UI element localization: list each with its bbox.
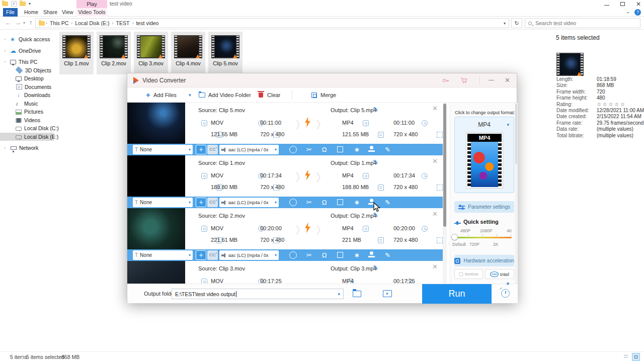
rename-pencil-icon[interactable]: ✎ (373, 211, 378, 219)
info-icon[interactable] (289, 146, 297, 153)
merge-button[interactable]: Merge (320, 87, 336, 103)
crop-icon[interactable] (337, 146, 343, 152)
task-row-clip1[interactable]: Source: Clip 1.mov MOV 00:17:34 188.80 M… (127, 155, 443, 208)
closed-captions-button[interactable]: CC (207, 250, 218, 260)
quality-slider-thumb[interactable] (451, 234, 458, 240)
audio-track-dropdown[interactable]: aac (LC) (mp4a / 0x▾ (219, 250, 279, 260)
format-card[interactable]: MP4 ▾ MP4 (454, 117, 514, 193)
closed-captions-button[interactable]: CC (207, 145, 218, 154)
effects-icon[interactable]: ∗ (353, 251, 361, 259)
rotate-icon[interactable]: Ω (320, 146, 328, 153)
alarm-clock-icon[interactable] (501, 289, 510, 298)
sidebar-item-local-disk-e[interactable]: Local Disk (E:) (0, 133, 54, 141)
remove-task-icon[interactable]: ✕ (432, 263, 438, 270)
ribbon-collapse-icon[interactable]: › (625, 12, 631, 14)
add-subtitle-button[interactable]: + (196, 198, 206, 207)
sidebar-item-onedrive[interactable]: ›☁OneDrive (0, 47, 54, 55)
rotate-icon[interactable]: Ω (320, 199, 328, 206)
converter-minimize-button[interactable] (489, 80, 494, 80)
rename-pencil-icon[interactable]: ✎ (373, 264, 378, 272)
search-input[interactable] (534, 20, 625, 27)
rename-pencil-icon[interactable]: ✎ (373, 106, 378, 113)
file-tile-clip3[interactable]: Clip 3.mov (134, 32, 168, 74)
cut-icon[interactable]: ✂ (305, 146, 313, 153)
address-dropdown-caret-icon[interactable]: ▾ (504, 21, 506, 26)
tab-view[interactable]: View (59, 8, 76, 17)
merge-icon[interactable] (311, 92, 317, 98)
qat-customize-caret-icon[interactable]: ▾ (29, 2, 31, 6)
panel-scrollbar[interactable] (515, 103, 518, 284)
converter-close-button[interactable]: ✕ (505, 76, 510, 84)
edit-pen-icon[interactable]: ✎ (384, 251, 391, 259)
contextual-tab-play[interactable]: Play (76, 0, 107, 8)
sidebar-item-documents[interactable]: Documents (0, 83, 54, 92)
trash-icon[interactable] (259, 92, 263, 98)
nvidia-option[interactable]: NVIDIA (454, 269, 483, 279)
edit-pen-icon[interactable]: ✎ (384, 199, 391, 206)
crop-icon[interactable] (337, 199, 343, 205)
recent-locations-caret-icon[interactable]: ▾ (23, 21, 25, 25)
effects-icon[interactable]: ∗ (353, 146, 361, 153)
crumb-local-disk-e[interactable]: Local Disk (E:) (73, 20, 111, 26)
sidebar-item-pictures[interactable]: Pictures (0, 108, 54, 116)
file-tile-clip5[interactable]: Clip 5.mov (208, 32, 243, 74)
parameter-settings-button[interactable]: Parameter settings (454, 201, 514, 213)
crumb-test[interactable]: TEST (115, 20, 131, 26)
back-icon[interactable]: ← (5, 19, 11, 26)
hardware-acceleration-button[interactable]: Hardware acceleration (454, 255, 514, 266)
subtitle-dropdown[interactable]: TNone▾ (133, 198, 193, 207)
info-icon[interactable] (289, 199, 297, 206)
file-tile-clip2[interactable]: Clip 2.mov (97, 32, 131, 74)
rename-pencil-icon[interactable]: ✎ (373, 158, 378, 166)
sidebar-item-videos[interactable]: Videos (0, 116, 54, 125)
info-icon[interactable] (289, 251, 297, 259)
edit-pen-icon[interactable]: ✎ (384, 146, 391, 153)
sidebar-item-this-pc[interactable]: ›This PC (0, 58, 54, 66)
chevron-down-icon[interactable]: ▾ (338, 292, 340, 297)
remove-task-icon[interactable]: ✕ (432, 157, 438, 165)
refresh-icon[interactable]: ↻ (511, 18, 522, 28)
minimize-button[interactable] (604, 5, 609, 6)
tab-file[interactable]: File (3, 8, 18, 17)
rotate-icon[interactable]: Ω (320, 251, 328, 259)
add-subtitle-button[interactable]: + (196, 145, 206, 154)
file-tile-clip1[interactable]: Clip 1.mov (59, 32, 94, 74)
crop-icon[interactable] (337, 252, 343, 258)
breadcrumb[interactable]: › This PC › Local Disk (E:) › TEST › tes… (35, 18, 509, 28)
up-icon[interactable]: ↑ (29, 19, 32, 26)
crumb-test-video[interactable]: test video (134, 20, 160, 26)
subtitle-dropdown[interactable]: TNone▾ (133, 145, 193, 154)
remove-task-icon[interactable]: ✕ (432, 105, 438, 112)
tab-home[interactable]: Home (21, 8, 41, 17)
task-row-clip5[interactable]: Source: Clip 5.mov MOV 00:11:00 121.55 M… (127, 103, 443, 155)
sidebar-item-downloads[interactable]: ↓Downloads (0, 91, 54, 100)
tab-share[interactable]: Share (40, 8, 60, 17)
close-button[interactable]: ✕ (636, 1, 641, 7)
quality-slider-track[interactable] (454, 237, 512, 238)
closed-captions-button[interactable]: CC (207, 198, 218, 207)
collapse-chevron-icon[interactable]: › (3, 61, 8, 63)
format-caret-icon[interactable]: ▾ (507, 122, 509, 127)
properties-check-icon[interactable]: ✓ (11, 1, 17, 7)
folder-icon[interactable] (2, 2, 8, 6)
file-tile-clip4[interactable]: Clip 4.mov (171, 32, 205, 74)
output-folder-input[interactable]: E:\TEST\test video output ▾ (172, 289, 344, 299)
sidebar-item-local-disk-c[interactable]: Local Disk (C:) (0, 124, 54, 133)
run-button[interactable]: Run (422, 284, 492, 304)
add-video-folder-button[interactable]: Add Video Folder (208, 87, 251, 103)
register-key-icon[interactable] (442, 77, 449, 84)
forward-icon[interactable]: → (15, 19, 21, 26)
tab-video-tools[interactable]: Video Tools (76, 8, 107, 17)
cut-icon[interactable]: ✂ (305, 199, 313, 206)
list-scrollbar[interactable] (443, 103, 447, 284)
open-output-folder-icon[interactable]: ▸ (383, 290, 392, 297)
expand-chevron-icon[interactable]: › (4, 37, 6, 42)
property-row-rating[interactable]: Rating:☆ ☆ ☆ ☆ ☆ (556, 102, 644, 108)
watermark-stamp-icon[interactable] (368, 146, 375, 153)
watermark-stamp-icon[interactable] (368, 251, 375, 259)
store-cart-icon[interactable] (460, 77, 468, 84)
add-files-plus-icon[interactable]: + (146, 87, 150, 103)
sidebar-item-network[interactable]: ›Network (0, 144, 54, 152)
help-icon[interactable]: ? (634, 9, 641, 16)
list-scrollbar-thumb[interactable] (443, 104, 446, 227)
